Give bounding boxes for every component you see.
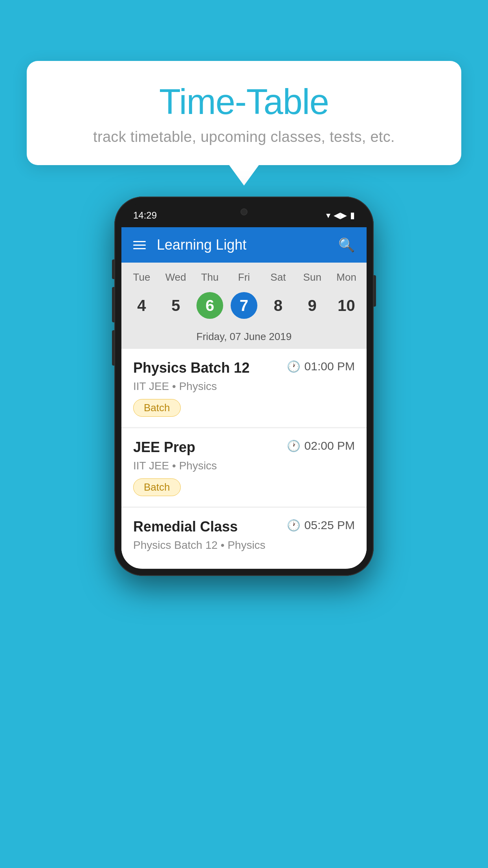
item-1-tag: Batch <box>133 399 181 417</box>
schedule-item-2[interactable]: JEE Prep 🕐 02:00 PM IIT JEE • Physics Ba… <box>121 428 367 506</box>
camera <box>240 208 248 215</box>
schedule-item-3[interactable]: Remedial Class 🕐 05:25 PM Physics Batch … <box>121 507 367 568</box>
silent-button <box>112 259 114 279</box>
item-3-header: Remedial Class 🕐 05:25 PM <box>133 519 355 535</box>
signal-icon: ◀▶ <box>334 210 347 221</box>
weekday-fri: Fri <box>227 267 261 287</box>
date-6-today[interactable]: 6 <box>193 289 227 322</box>
clock-icon-3: 🕐 <box>287 519 301 532</box>
volume-down-button <box>112 330 114 366</box>
item-3-subtitle: Physics Batch 12 • Physics <box>133 539 355 552</box>
wifi-icon: ▾ <box>326 210 330 221</box>
bubble-subtitle: track timetable, upcoming classes, tests… <box>50 129 438 145</box>
item-1-time: 🕐 01:00 PM <box>287 360 355 373</box>
item-3-title: Remedial Class <box>133 519 238 535</box>
item-1-header: Physics Batch 12 🕐 01:00 PM <box>133 360 355 376</box>
date-7-selected[interactable]: 7 <box>227 289 261 322</box>
date-9[interactable]: 9 <box>295 289 329 322</box>
app-title: Learning Light <box>157 237 327 253</box>
item-2-tag: Batch <box>133 478 181 496</box>
item-2-title: JEE Prep <box>133 439 195 456</box>
item-2-time: 🕐 02:00 PM <box>287 439 355 452</box>
phone-screen: Learning Light 🔍 Tue Wed Thu Fri Sat Sun… <box>121 227 367 569</box>
phone-container: 14:29 ▾ ◀▶ ▮ Learning Light 🔍 <box>114 197 374 576</box>
item-2-header: JEE Prep 🕐 02:00 PM <box>133 439 355 456</box>
search-icon[interactable]: 🔍 <box>338 237 355 253</box>
item-3-time: 🕐 05:25 PM <box>287 519 355 532</box>
weekdays-row: Tue Wed Thu Fri Sat Sun Mon <box>121 267 367 287</box>
schedule-item-1[interactable]: Physics Batch 12 🕐 01:00 PM IIT JEE • Ph… <box>121 348 367 427</box>
weekday-tue: Tue <box>125 267 159 287</box>
schedule-list: Physics Batch 12 🕐 01:00 PM IIT JEE • Ph… <box>121 348 367 568</box>
selected-date-label: Friday, 07 June 2019 <box>121 327 367 348</box>
date-5[interactable]: 5 <box>159 289 193 322</box>
item-1-subtitle: IIT JEE • Physics <box>133 380 355 393</box>
weekday-sun: Sun <box>295 267 329 287</box>
menu-button[interactable] <box>133 241 146 249</box>
date-10[interactable]: 10 <box>329 289 363 322</box>
notch <box>220 204 268 220</box>
clock-icon-2: 🕐 <box>287 440 301 452</box>
item-2-subtitle: IIT JEE • Physics <box>133 460 355 472</box>
battery-icon: ▮ <box>350 210 355 221</box>
weekday-thu: Thu <box>193 267 227 287</box>
date-4[interactable]: 4 <box>125 289 159 322</box>
app-bar: Learning Light 🔍 <box>121 227 367 263</box>
dates-row: 4 5 6 7 8 9 <box>121 287 367 327</box>
weekday-sat: Sat <box>261 267 295 287</box>
calendar-header: Tue Wed Thu Fri Sat Sun Mon 4 5 <box>121 263 367 348</box>
status-bar: 14:29 ▾ ◀▶ ▮ <box>121 204 367 227</box>
item-1-title: Physics Batch 12 <box>133 360 250 376</box>
volume-up-button <box>112 287 114 322</box>
status-icons: ▾ ◀▶ ▮ <box>326 210 355 221</box>
status-time: 14:29 <box>133 210 157 221</box>
power-button <box>374 275 376 307</box>
speech-bubble: Time-Table track timetable, upcoming cla… <box>27 61 461 165</box>
weekday-wed: Wed <box>159 267 193 287</box>
weekday-mon: Mon <box>329 267 363 287</box>
phone-frame: 14:29 ▾ ◀▶ ▮ Learning Light 🔍 <box>114 197 374 576</box>
clock-icon-1: 🕐 <box>287 360 301 373</box>
bubble-title: Time-Table <box>50 83 438 121</box>
date-8[interactable]: 8 <box>261 289 295 322</box>
